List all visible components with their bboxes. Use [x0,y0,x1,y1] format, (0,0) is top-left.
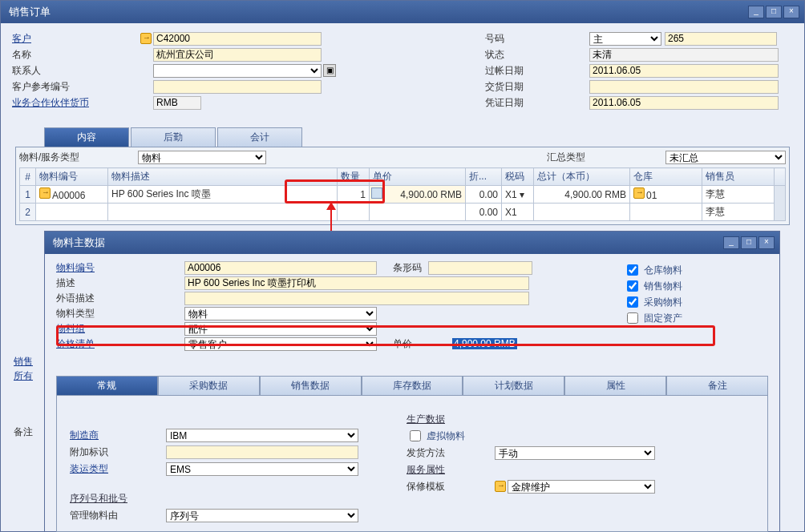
unitprice-value: 4,900.00 RMB [452,338,517,349]
col-disc[interactable]: 折... [466,168,502,186]
col-total[interactable]: 总计（本币） [534,168,630,186]
minimize-button[interactable]: _ [723,236,739,249]
barcode-field[interactable] [428,261,532,275]
tab-contents[interactable]: 内容 [44,127,129,147]
manufacturer-label[interactable]: 制造商 [70,429,166,442]
purchase-item-checkbox[interactable] [627,296,638,308]
issue-method-select[interactable]: 手动 [495,446,655,460]
docno-field[interactable] [665,32,777,46]
pricelist-select[interactable]: 零售客户 [184,337,377,351]
sales-employee-label[interactable]: 销售 [14,355,33,369]
tab-purchasing[interactable]: 采购数据 [158,376,260,395]
inventory-item-checkbox[interactable] [627,264,638,276]
desc-label: 描述 [56,276,184,290]
tab-properties[interactable]: 属性 [564,376,666,395]
summary-type-label: 汇总类型 [547,151,659,164]
service-section: 服务属性 [407,463,445,477]
fixed-asset-checkbox[interactable] [627,312,638,324]
barcode-label: 条形码 [393,261,422,275]
itemno-field[interactable] [184,261,377,275]
manage-by-select[interactable]: 序列号 [166,509,358,522]
table-row[interactable]: 1 A00006 HP 600 Series Inc 喷墨 1 4,900.00… [20,186,786,204]
postdate-field[interactable] [589,64,779,78]
desc-field[interactable] [184,276,529,290]
bpcurr-label[interactable]: 业务合作伙伴货币 [12,96,140,110]
addid-label: 附加标识 [70,445,166,459]
link-arrow-icon[interactable] [140,33,152,44]
item-type-label: 物料/服务类型 [19,151,131,164]
link-arrow-icon[interactable] [39,187,51,199]
pricelist-label[interactable]: 价格清单 [56,337,184,351]
serial-batch-section: 序列号和批号 [70,492,166,506]
owner-label[interactable]: 所有 [14,369,33,383]
customer-label[interactable]: 客户 [12,32,140,46]
issue-method-label: 发货方法 [407,446,495,460]
shiptype-select[interactable]: EMS [166,462,358,476]
contact-lookup-button[interactable]: ▣ [323,64,336,77]
phantom-checkbox[interactable] [410,430,421,441]
itemtype-label: 物料类型 [56,307,184,320]
items-table[interactable]: # 物料编号 物料描述 数量 单价 折... 税码 总计（本币） 仓库 销售员 … [19,167,786,221]
customer-ref-field[interactable] [153,80,322,94]
col-price[interactable]: 单价 [370,168,466,186]
remark-label: 备注 [14,425,33,439]
tab-remarks[interactable]: 备注 [666,376,768,395]
unitprice-label: 单价 [393,337,412,351]
customer-name-field[interactable] [153,48,322,62]
docno-series-select[interactable]: 主 [589,32,661,46]
bpcurr-field [153,96,201,110]
maximize-button[interactable]: □ [766,6,782,18]
itemtype-select[interactable]: 物料 [184,307,377,320]
tab-logistics[interactable]: 后勤 [131,127,216,147]
sales-item-checkbox[interactable] [627,280,638,292]
contact-label: 联系人 [12,64,140,78]
tab-accounting[interactable]: 会计 [217,127,302,147]
tab-sales[interactable]: 销售数据 [260,376,362,395]
item-master-tabs: 常规 采购数据 销售数据 库存数据 计划数据 属性 备注 [56,376,768,395]
shiptype-label[interactable]: 装运类型 [70,462,166,476]
price-detail-icon[interactable] [371,187,382,199]
tab-planning[interactable]: 计划数据 [463,376,564,395]
close-button[interactable]: × [783,6,799,18]
summary-type-select[interactable]: 未汇总 [665,151,786,164]
items-grid-panel: 物料/服务类型 物料 汇总类型 未汇总 # 物料编号 物料描述 数量 单价 折.… [15,147,790,225]
docdate-label: 凭证日期 [485,96,589,110]
col-sales[interactable]: 销售员 [702,168,775,186]
tab-general[interactable]: 常规 [56,376,158,395]
main-title-bar: 销售订单 _ □ × [1,1,804,23]
addid-field[interactable] [166,445,358,459]
fdesc-field[interactable] [184,292,529,305]
col-itemdesc[interactable]: 物料描述 [108,168,338,186]
itemno-label[interactable]: 物料编号 [56,261,184,275]
custref-label: 客户参考编号 [12,80,140,94]
itemgroup-select[interactable]: 配件 [184,322,377,336]
warranty-select[interactable]: 金牌维护 [508,480,655,494]
customer-code-field[interactable] [153,32,322,46]
col-qty[interactable]: 数量 [338,168,370,186]
col-tax[interactable]: 税码 [502,168,534,186]
col-no[interactable]: # [20,168,36,186]
close-button[interactable]: × [758,236,775,249]
col-itemcode[interactable]: 物料编号 [36,168,108,186]
status-label: 状态 [485,48,589,62]
deldate-field[interactable] [589,80,779,94]
manufacturer-select[interactable]: IBM [166,429,358,442]
table-row[interactable]: 2 0.00 X1 李慧 [20,204,786,221]
grid-scrollbar[interactable] [775,186,786,221]
status-field [589,48,779,62]
docno-label: 号码 [485,32,589,46]
maximize-button[interactable]: □ [741,236,757,249]
main-tabs: 内容 后勤 会计 [44,127,804,147]
contact-select[interactable] [153,64,322,78]
link-arrow-icon[interactable] [495,481,506,492]
prod-section: 生产数据 [407,413,445,426]
col-wh[interactable]: 仓库 [630,168,702,186]
docdate-field[interactable] [589,96,779,110]
tab-inventory[interactable]: 库存数据 [362,376,463,395]
item-type-select[interactable]: 物料 [138,151,266,164]
itemgroup-label[interactable]: 物料组 [56,322,184,336]
minimize-button[interactable]: _ [748,6,764,18]
general-tab-panel: 制造商IBM 附加标识 装运类型EMS 序列号和批号 管理物料由序列号 生产数据… [56,395,768,532]
unit-price-cell[interactable]: 4,900.00 RMB [370,186,466,204]
link-arrow-icon[interactable] [633,187,645,199]
